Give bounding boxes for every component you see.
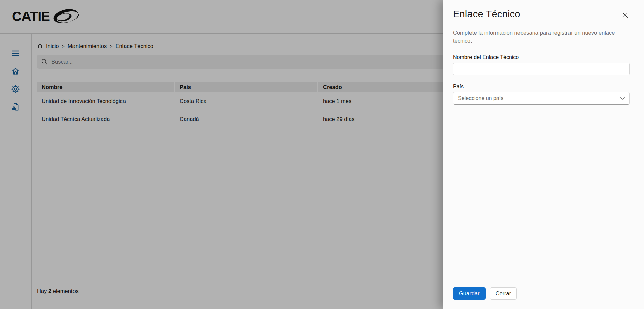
name-field-label: Nombre del Enlace Técnico: [453, 54, 630, 60]
chevron-down-icon: [620, 97, 625, 100]
drawer-header: Enlace Técnico: [453, 9, 630, 20]
drawer-title: Enlace Técnico: [453, 9, 521, 20]
country-select-placeholder: Seleccione un país: [458, 95, 503, 101]
country-field-label: País: [453, 84, 630, 90]
close-x-icon: [622, 12, 628, 18]
enlace-name-input[interactable]: [453, 63, 630, 75]
save-button[interactable]: Guardar: [453, 287, 486, 300]
close-button[interactable]: [621, 11, 630, 20]
drawer-actions: Guardar Cerrar: [453, 287, 630, 300]
cancel-button[interactable]: Cerrar: [490, 287, 517, 300]
enlace-tecnico-drawer: Enlace Técnico Complete la información n…: [443, 0, 644, 309]
drawer-description: Complete la información necesaria para r…: [453, 29, 628, 45]
country-select[interactable]: Seleccione un país: [453, 92, 630, 105]
modal-backdrop[interactable]: [0, 0, 443, 309]
